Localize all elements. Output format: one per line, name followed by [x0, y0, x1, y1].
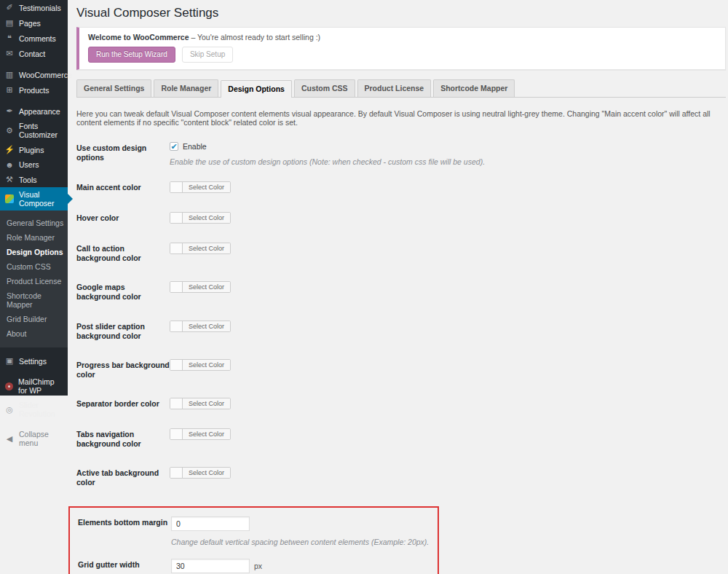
select-color-button[interactable]: Select Color	[182, 282, 230, 292]
sidebar-item-woocommerce[interactable]: ▥ WooCommerce	[0, 67, 68, 82]
sidebar-item-label: Tools	[19, 176, 37, 184]
enable-checkbox[interactable]: ✔	[170, 142, 178, 151]
hover-color-row: Hover color Select Color	[76, 212, 726, 224]
sidebar-item-users[interactable]: ☻ Users	[0, 157, 68, 172]
collapse-arrow-icon: ◀	[4, 434, 15, 444]
sidebar-item-appearance[interactable]: ✒ Appearance	[0, 103, 68, 119]
select-color-button[interactable]: Select Color	[182, 243, 230, 253]
color-picker[interactable]: Select Color	[170, 212, 231, 224]
main-content: Visual Composer Settings Welcome to WooC…	[68, 0, 728, 574]
field-label: Hover color	[76, 212, 170, 223]
sidebar-item-label: Plugins	[19, 146, 44, 154]
grid-gutter-width-row: Grid gutter width px Change default hori…	[78, 559, 438, 574]
color-swatch	[170, 468, 182, 478]
field-label: Progress bar background color	[76, 359, 170, 380]
submenu-item-role-manager[interactable]: Role Manager	[0, 230, 68, 245]
settings-icon: ▣	[4, 356, 15, 366]
submenu-item-design-options[interactable]: Design Options	[0, 245, 68, 259]
sidebar-item-tools[interactable]: ⚒ Tools	[0, 172, 68, 187]
plug-icon: ⚡	[4, 145, 15, 154]
woocommerce-icon: ▥	[4, 70, 15, 79]
submenu-item-about[interactable]: About	[0, 326, 68, 341]
collapse-menu-label: Collapse menu	[19, 430, 65, 447]
color-picker[interactable]: Select Color	[170, 281, 231, 293]
page-title: Visual Composer Settings	[76, 0, 726, 27]
field-label: Grid gutter width	[78, 559, 171, 570]
sidebar-item-visual-composer[interactable]: Visual Composer	[0, 187, 68, 211]
elements-bottom-margin-input[interactable]	[171, 516, 250, 531]
post-slider-caption-bg-color-row: Post slider caption background color Sel…	[76, 321, 726, 341]
color-picker[interactable]: Select Color	[170, 243, 231, 254]
grid-gutter-width-input[interactable]	[171, 559, 250, 573]
sidebar-item-pages[interactable]: ▤ Pages	[0, 15, 68, 31]
tabs-navigation-bg-color-row: Tabs navigation background color Select …	[76, 428, 726, 449]
skip-setup-button[interactable]: Skip Setup	[182, 47, 233, 63]
select-color-button[interactable]: Select Color	[182, 360, 230, 370]
separator-border-color-row: Separator border color Select Color	[76, 398, 726, 410]
sidebar-item-mailchimp[interactable]: MailChimp for WP	[0, 374, 68, 398]
field-label: Active tab background color	[76, 467, 170, 487]
woocommerce-notice-title: Welcome to WooCommerce	[88, 33, 189, 42]
visual-composer-submenu: General Settings Role Manager Design Opt…	[0, 211, 68, 347]
sidebar-item-contact[interactable]: ✉ Contact	[0, 46, 68, 61]
sidebar-item-testimonials[interactable]: ✐ Testimonials	[0, 0, 68, 15]
field-label: Post slider caption background color	[76, 321, 170, 341]
tab-role-manager[interactable]: Role Manager	[154, 79, 218, 97]
select-color-button[interactable]: Select Color	[182, 398, 230, 409]
sidebar-item-label: MailChimp for WP	[18, 377, 65, 395]
color-picker[interactable]: Select Color	[170, 181, 231, 193]
tab-design-options[interactable]: Design Options	[221, 80, 292, 98]
woocommerce-notice-message: – You're almost ready to start selling :…	[189, 33, 320, 42]
select-color-button[interactable]: Select Color	[182, 429, 230, 439]
select-color-button[interactable]: Select Color	[182, 468, 230, 478]
submenu-item-shortcode-mapper[interactable]: Shortcode Mapper	[0, 288, 68, 312]
cart-icon: ⊞	[4, 85, 15, 95]
color-swatch	[170, 429, 182, 439]
submenu-item-product-license[interactable]: Product License	[0, 274, 68, 288]
color-swatch	[170, 182, 182, 192]
sidebar-item-label: Products	[19, 86, 49, 95]
comment-icon: ❝	[4, 34, 15, 43]
sidebar-item-label: Pages	[19, 19, 41, 28]
enable-checkbox-label: Enable	[183, 142, 207, 151]
select-color-button[interactable]: Select Color	[182, 182, 230, 192]
call-to-action-bg-color-row: Call to action background color Select C…	[76, 243, 726, 263]
field-note: Enable the use of custom design options …	[170, 157, 726, 166]
sidebar-item-settings[interactable]: ▣ Settings	[0, 353, 68, 369]
sidebar-item-products[interactable]: ⊞ Products	[0, 82, 68, 98]
field-label: Google maps background color	[76, 281, 170, 302]
active-tab-bg-color-row: Active tab background color Select Color	[76, 467, 726, 487]
submenu-item-general-settings[interactable]: General Settings	[0, 216, 68, 230]
google-maps-bg-color-row: Google maps background color Select Colo…	[76, 281, 726, 302]
sidebar-item-label: Comments	[19, 34, 56, 43]
run-setup-wizard-button[interactable]: Run the Setup Wizard	[88, 47, 175, 63]
color-picker[interactable]: Select Color	[170, 321, 231, 332]
field-label: Use custom design options	[76, 142, 170, 162]
sidebar-item-plugins[interactable]: ⚡ Plugins	[0, 142, 68, 157]
visual-composer-logo-icon	[5, 194, 14, 203]
color-swatch	[170, 213, 182, 223]
submenu-item-custom-css[interactable]: Custom CSS	[0, 259, 68, 274]
color-picker[interactable]: Select Color	[170, 359, 231, 371]
px-suffix: px	[254, 562, 262, 570]
tab-product-license[interactable]: Product License	[357, 79, 432, 97]
select-color-button[interactable]: Select Color	[182, 321, 230, 331]
sidebar-item-slider-revolution[interactable]: ◎ Slider Revolution	[0, 398, 68, 421]
color-picker[interactable]: Select Color	[170, 467, 231, 479]
design-options-intro: Here you can tweak default Visual Compos…	[76, 109, 726, 127]
sidebar-item-fonts-customizer[interactable]: ⚙ Fonts Customizer	[0, 119, 68, 142]
color-swatch	[170, 360, 182, 370]
select-color-button[interactable]: Select Color	[182, 213, 230, 223]
color-picker[interactable]: Select Color	[170, 428, 231, 440]
tab-shortcode-mapper[interactable]: Shortcode Mapper	[433, 79, 515, 97]
collapse-menu-button[interactable]: ◀ Collapse menu	[0, 427, 68, 450]
color-picker[interactable]: Select Color	[170, 398, 231, 409]
tab-custom-css[interactable]: Custom CSS	[294, 79, 355, 97]
main-accent-color-row: Main accent color Select Color	[76, 181, 726, 194]
sidebar-item-label: Slider Revolution	[19, 401, 65, 418]
sidebar-item-comments[interactable]: ❝ Comments	[0, 31, 68, 46]
submenu-item-grid-builder[interactable]: Grid Builder	[0, 312, 68, 326]
menu-separator	[0, 369, 68, 374]
slider-revolution-icon: ◎	[4, 405, 15, 414]
tab-general-settings[interactable]: General Settings	[76, 79, 151, 97]
